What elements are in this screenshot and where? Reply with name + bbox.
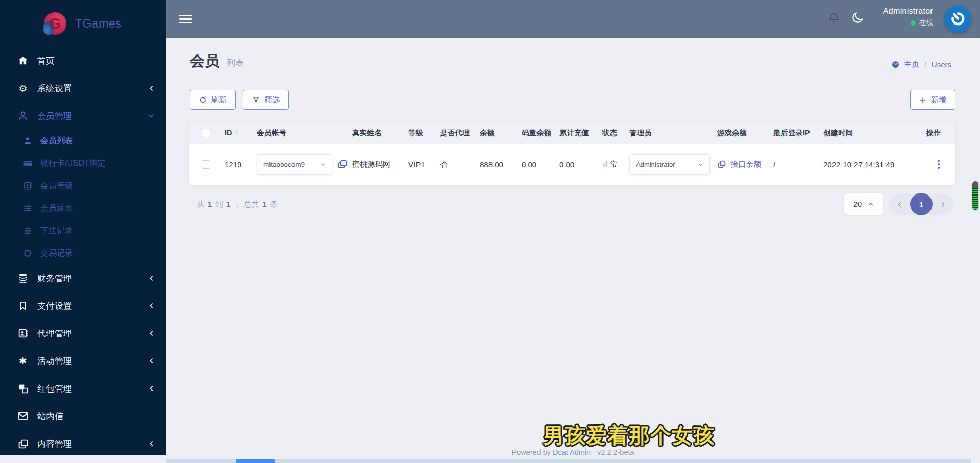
admin-name: Administrator xyxy=(883,7,933,16)
page-size-select[interactable]: 20 xyxy=(844,193,884,215)
vertical-scrollbar-thumb[interactable] xyxy=(972,181,978,210)
online-dot-icon xyxy=(911,20,916,26)
sidebar-item-finance-management[interactable]: 财务管理 xyxy=(0,264,166,292)
chevron-down-icon xyxy=(320,162,326,167)
sidebar-item-content-management[interactable]: 内容管理 xyxy=(0,430,166,455)
admin-select[interactable]: Administrator xyxy=(629,154,710,175)
page-size-value: 20 xyxy=(853,200,862,208)
pagination-summary: 从1到1， 总共1条 xyxy=(197,199,278,210)
sidebar-item-site-messages[interactable]: 站内信 xyxy=(0,402,166,430)
refresh-button[interactable]: 刷新 xyxy=(190,90,236,110)
kebab-dots-icon[interactable] xyxy=(938,160,943,169)
chevron-down-icon xyxy=(698,162,703,167)
home-icon xyxy=(17,55,29,67)
pager: 1 xyxy=(889,193,953,215)
page-title-main: 会员 xyxy=(190,51,219,71)
col-actions: 操作 xyxy=(924,128,943,138)
cubes-icon xyxy=(17,382,29,395)
sidebar-item-agent-management[interactable]: 代理管理 xyxy=(0,320,166,347)
sidebar-item-payment-settings[interactable]: 支付设置 xyxy=(0,292,166,320)
game-balance-link[interactable]: 接口余额 xyxy=(717,160,773,169)
sidebar-item-label: 会员列表 xyxy=(40,136,73,147)
sidebar-item-system-settings[interactable]: ⚙ 系统设置 xyxy=(0,75,166,102)
game-balance-label: 接口余额 xyxy=(730,160,761,169)
power-avatar-icon[interactable] xyxy=(945,6,971,32)
copy-icon[interactable] xyxy=(337,159,348,169)
sidebar-item-bet-records[interactable]: 下注记录 xyxy=(0,220,166,242)
col-id[interactable]: ID↑ xyxy=(225,129,257,137)
moon-icon[interactable] xyxy=(851,11,864,25)
breadcrumb-current: Users xyxy=(932,60,951,69)
cell-real-name: 蜜桃源码网 xyxy=(352,160,408,169)
chevron-left-icon xyxy=(148,385,155,392)
hamburger-icon[interactable] xyxy=(179,13,192,26)
dashboard-icon xyxy=(891,60,900,69)
cell-last-login-ip: / xyxy=(773,160,823,169)
cell-code-balance: 0.00 xyxy=(522,160,559,169)
plus-icon xyxy=(919,96,926,104)
filter-label: 筛选 xyxy=(264,95,280,105)
col-account: 会员帐号 xyxy=(257,128,352,138)
chevron-left-icon xyxy=(148,441,155,447)
add-button[interactable]: 新增 xyxy=(910,90,955,110)
bell-icon[interactable] xyxy=(828,12,840,24)
col-admin: 管理员 xyxy=(629,128,717,138)
sidebar-item-member-rebate[interactable]: 会员返水 xyxy=(0,197,166,220)
sidebar-item-label: 交易记录 xyxy=(40,248,73,259)
sidebar-item-activity-management[interactable]: ✱ 活动管理 xyxy=(0,347,166,375)
next-page-button[interactable] xyxy=(933,201,953,208)
sidebar-item-member-list[interactable]: 会员列表 xyxy=(0,130,166,152)
member-account-value: mitaobocom9 xyxy=(263,161,305,168)
sidebar-item-label: 站内信 xyxy=(37,410,63,422)
asterisk-icon: ✱ xyxy=(17,355,29,367)
sidebar-item-label: 会员等级 xyxy=(40,181,73,191)
logo-icon: G xyxy=(44,12,66,35)
app-logo[interactable]: G TGames xyxy=(0,0,166,35)
select-all-checkbox[interactable] xyxy=(202,129,210,137)
horizontal-scrollbar-thumb[interactable] xyxy=(236,459,275,463)
sidebar-item-label: 内容管理 xyxy=(37,438,72,450)
col-total-deposit: 累计充值 xyxy=(559,128,602,138)
chevron-left-icon xyxy=(148,303,155,309)
sidebar-item-label: 财务管理 xyxy=(37,273,72,284)
cell-balance: 888.00 xyxy=(480,160,522,169)
sort-asc-icon[interactable]: ↑ xyxy=(235,129,239,137)
col-code-balance: 码量余额 xyxy=(522,128,559,138)
member-account-select[interactable]: mitaobocom9 xyxy=(257,154,332,175)
cell-created-at: 2022-10-27 14:31:49 xyxy=(823,160,924,169)
bars-icon xyxy=(22,226,33,236)
filter-button[interactable]: 筛选 xyxy=(243,90,289,110)
col-real-name: 真实姓名 xyxy=(352,128,408,138)
cell-status: 正常 xyxy=(602,160,629,169)
user-solid-icon xyxy=(22,136,33,146)
sidebar-item-transaction-records[interactable]: 交易记录 xyxy=(0,242,166,264)
sidebar-item-home[interactable]: 首页 xyxy=(0,47,166,75)
admin-select-value: Administrator xyxy=(636,161,675,168)
chevron-left-icon xyxy=(148,85,155,92)
sidebar-item-redpacket-management[interactable]: 红包管理 xyxy=(0,375,166,402)
clone-icon xyxy=(717,160,726,169)
refresh-label: 刷新 xyxy=(211,95,227,105)
col-last-login-ip: 最后登录IP xyxy=(773,128,823,138)
current-page-button[interactable]: 1 xyxy=(910,193,933,215)
prev-page-button[interactable] xyxy=(889,201,910,208)
col-status: 状态 xyxy=(602,128,629,138)
chevron-down-icon xyxy=(148,112,155,119)
sidebar-item-member-management[interactable]: 会员管理 xyxy=(0,102,166,130)
sidebar-item-label: 会员返水 xyxy=(40,203,73,214)
database-icon xyxy=(17,272,29,284)
table-row: 1219 mitaobocom9 蜜桃源码网 VIP1 否 888.00 0.0… xyxy=(189,144,955,185)
breadcrumb-home[interactable]: 主页 xyxy=(904,60,919,69)
row-checkbox[interactable] xyxy=(202,160,210,169)
envelope-icon xyxy=(17,410,29,422)
admin-user-menu[interactable]: Administrator 在线 xyxy=(883,7,933,28)
sidebar-item-bank-usdt[interactable]: 银行卡/USDT绑定 xyxy=(0,152,166,175)
col-game-balance: 游戏余额 xyxy=(717,128,773,138)
horizontal-scrollbar[interactable] xyxy=(166,459,971,463)
page-title-sub: 列表 xyxy=(227,57,244,69)
sidebar-item-label: 代理管理 xyxy=(37,328,72,339)
sidebar-item-member-level[interactable]: 会员等级 xyxy=(0,175,166,197)
filter-icon xyxy=(252,96,260,104)
sidebar-item-label: 活动管理 xyxy=(37,355,72,367)
table-header-row: ID↑ 会员帐号 真实姓名 等级 是否代理 余额 码量余额 累计充值 状态 管理… xyxy=(189,121,955,144)
